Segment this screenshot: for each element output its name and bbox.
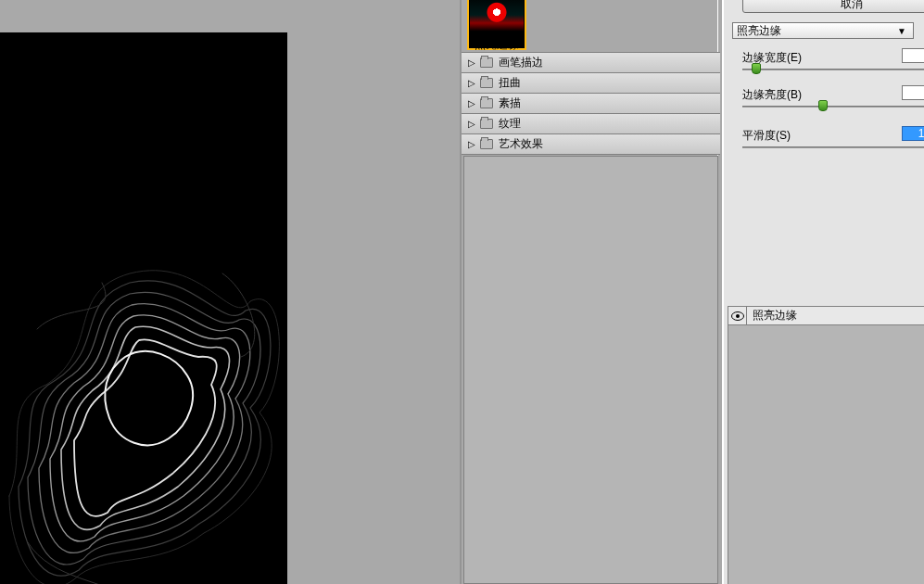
effect-layers-panel: 照亮边缘	[728, 306, 924, 584]
effect-layer-label: 照亮边缘	[747, 308, 797, 324]
eye-icon	[731, 311, 744, 321]
folder-icon	[480, 57, 493, 68]
cancel-button[interactable]: 取消	[742, 0, 924, 13]
chevron-right-icon: ▷	[467, 78, 476, 88]
chevron-right-icon: ▷	[467, 98, 476, 108]
visibility-toggle[interactable]	[728, 307, 747, 325]
folder-artistic[interactable]: ▷ 艺术效果	[462, 134, 720, 155]
preview-canvas	[0, 32, 287, 584]
folder-label: 纹理	[499, 116, 521, 132]
param-smoothness: 平滑度(S) 15	[742, 128, 924, 144]
filter-tree-empty-area	[463, 156, 718, 584]
folder-icon	[480, 139, 493, 149]
param-value-input[interactable]: 1	[902, 48, 924, 63]
folder-label: 艺术效果	[499, 136, 543, 152]
filter-gallery-panel: 照亮边缘 ▷ 画笔描边 ▷ 扭曲 ▷ 素描 ▷ 纹理 ▷ 艺术效果	[460, 0, 718, 584]
slider-thumb[interactable]	[818, 100, 828, 111]
param-label: 边缘亮度(B)	[742, 88, 802, 101]
param-edge-brightness: 边缘亮度(B) 8	[742, 87, 924, 103]
glowing-edges-preview	[0, 218, 287, 584]
cancel-button-label: 取消	[841, 0, 863, 12]
folder-label: 画笔描边	[499, 55, 543, 70]
filter-settings-panel: 取消 照亮边缘 ▼ 边缘宽度(E) 1 边缘亮度(B) 8 平滑度(S) 15 …	[722, 0, 924, 584]
param-value-input[interactable]: 8	[902, 85, 924, 100]
folder-icon	[480, 78, 493, 88]
param-label: 平滑度(S)	[742, 129, 791, 142]
effect-selector-dropdown[interactable]: 照亮边缘 ▼	[732, 22, 914, 39]
folder-brush-strokes[interactable]: ▷ 画笔描边	[462, 53, 720, 73]
chevron-right-icon: ▷	[467, 57, 476, 68]
slider-track[interactable]	[742, 69, 924, 70]
slider-track[interactable]	[742, 146, 924, 148]
param-edge-width: 边缘宽度(E) 1	[742, 50, 924, 66]
slider-track[interactable]	[742, 106, 924, 108]
param-value-input[interactable]: 15	[902, 126, 924, 141]
folder-icon	[480, 119, 493, 129]
svg-point-1	[736, 314, 740, 318]
effect-selector-label: 照亮边缘	[737, 23, 781, 39]
filter-thumbnail-label: 照亮边缘	[467, 37, 526, 53]
chevron-right-icon: ▷	[467, 139, 476, 149]
folder-label: 扭曲	[499, 75, 521, 91]
chevron-right-icon: ▷	[467, 119, 476, 129]
slider-thumb[interactable]	[752, 63, 761, 74]
effect-layer-row[interactable]: 照亮边缘	[728, 307, 924, 325]
folder-icon	[480, 98, 493, 108]
folder-texture[interactable]: ▷ 纹理	[462, 114, 720, 134]
folder-label: 素描	[499, 95, 521, 111]
param-label: 边缘宽度(E)	[742, 51, 802, 64]
chevron-down-icon: ▼	[894, 26, 909, 36]
folder-distort[interactable]: ▷ 扭曲	[462, 73, 720, 94]
folder-sketch[interactable]: ▷ 素描	[462, 94, 720, 114]
